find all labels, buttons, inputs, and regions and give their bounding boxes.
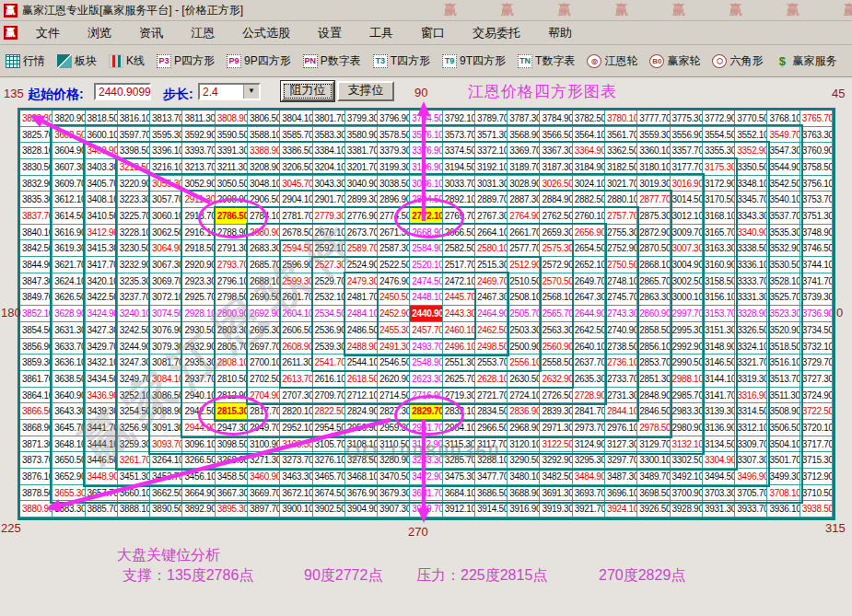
grid-cell: 3297.70 [605, 452, 637, 469]
grid-cell: 2829.70 [410, 403, 442, 420]
grid-cell: 2517.70 [443, 257, 475, 273]
combo-dropdown-icon[interactable]: ▼ [243, 85, 259, 99]
toolbar-item-赢家服务[interactable]: $赢家服务 [775, 53, 836, 69]
grid-cell: 2647.30 [573, 289, 605, 306]
grid-cell: 2714.50 [378, 388, 410, 404]
grid-cell: 3708.10 [767, 485, 799, 502]
start-price-input[interactable]: 2440.9099 [94, 83, 151, 100]
grid-cell: 3470.50 [378, 469, 410, 485]
start-price-label: 起始价格: [28, 87, 84, 101]
grid-cell: 2728.90 [573, 388, 605, 404]
grid-cell: 3770.50 [735, 110, 767, 127]
grid-cell: 2901.70 [313, 192, 345, 208]
grid-cell: 3902.50 [313, 501, 345, 517]
toolbar-label: T数字表 [535, 53, 575, 69]
grid-cell: 3912.10 [443, 501, 475, 517]
menu-item-帮助[interactable]: 帮助 [534, 25, 586, 41]
menu-item-交易委托[interactable]: 交易委托 [459, 25, 534, 41]
grid-cell: 2868.10 [637, 257, 670, 273]
toolbar-item-板块[interactable]: 板块 [57, 53, 97, 69]
grid-cell: 3254.50 [118, 403, 150, 420]
angle-label-270: 270 [408, 526, 428, 539]
toolbar-item-P四方形[interactable]: P3P四方形 [157, 53, 215, 69]
step-combobox[interactable]: 2.4 ▼ [198, 83, 261, 100]
grid-cell: 2500.90 [508, 339, 540, 355]
grid-cell: 3122.50 [540, 436, 572, 453]
grid-cell: 3033.70 [443, 176, 475, 192]
toolbar-item-9T四方形[interactable]: T99T四方形 [442, 53, 506, 69]
toolbar-label: P数字表 [321, 53, 361, 69]
toolbar-item-K线[interactable]: K线 [109, 53, 145, 69]
grid-cell: 3432.10 [86, 354, 118, 371]
grid-cell: 3324.10 [735, 339, 767, 355]
grid-cell: 3496.90 [735, 469, 767, 485]
toolbar-item-9P四方形[interactable]: P99P四方形 [227, 53, 291, 69]
grid-cell: 2808.10 [216, 354, 248, 371]
grid-cell: 3429.70 [86, 339, 118, 355]
toolbar-icon-赢家服务: $ [775, 54, 789, 68]
grid-cell: 3549.70 [767, 127, 799, 144]
grid-cell: 2788.90 [216, 225, 248, 241]
grid-cell: 3316.90 [735, 388, 767, 404]
grid-cell: 2702.50 [248, 371, 280, 388]
toolbar-item-T四方形[interactable]: T3T四方形 [373, 53, 430, 69]
menu-item-江恩[interactable]: 江恩 [177, 25, 228, 41]
toolbar-item-P数字表[interactable]: PNP数字表 [303, 53, 361, 69]
grid-cell: 3247.30 [118, 354, 150, 371]
grid-cell: 3789.70 [475, 110, 508, 127]
resistance-button[interactable]: 阻力位 [281, 81, 334, 101]
grid-cell: 2983.30 [671, 403, 703, 420]
toolbar-item-六角形[interactable]: ⬡六角形 [712, 53, 763, 69]
grid-cell: 3002.50 [671, 273, 703, 290]
grid-cell: 2476.90 [378, 273, 410, 290]
grid-cell: 3832.90 [20, 176, 53, 192]
grid-cell: 2460.10 [443, 322, 475, 339]
grid-cell: 3724.90 [800, 388, 833, 404]
menu-item-公式选股[interactable]: 公式选股 [228, 25, 304, 41]
grid-cell: 3362.50 [605, 143, 637, 159]
grid-cell: 2671.30 [378, 225, 410, 241]
toolbar-item-行情[interactable]: 行情 [6, 53, 45, 69]
grid-cell: 3451.30 [118, 469, 150, 485]
grid-cell: 3458.50 [216, 469, 248, 485]
grid-cell: 3321.70 [735, 354, 767, 371]
grid-cell: 3801.70 [313, 110, 345, 127]
grid-cell: 2577.70 [508, 240, 540, 257]
grid-cell: 2918.50 [182, 240, 215, 257]
grid-cell: 2827.30 [378, 403, 410, 420]
angle-label-0: 0 [836, 307, 843, 320]
grid-cell: 3676.90 [345, 485, 378, 502]
support-button[interactable]: 支撑位 [337, 81, 394, 101]
grid-cell: 3055.30 [150, 176, 182, 192]
grid-cell: 3060.10 [150, 208, 182, 225]
toolbar-item-赢家轮[interactable]: B0赢家轮 [649, 53, 700, 69]
grid-cell: 2644.90 [573, 306, 605, 322]
grid-cell: 3520.90 [767, 322, 799, 339]
grid-cell: 3652.90 [53, 469, 85, 485]
grid-cell: 2767.30 [475, 208, 508, 225]
grid-cell: 3012.10 [671, 208, 703, 225]
grid-cell: 2990.50 [671, 354, 703, 371]
grid-cell: 3705.70 [735, 485, 767, 502]
toolbar-item-T数字表[interactable]: TNT数字表 [518, 53, 575, 69]
grid-cell: 3710.50 [800, 485, 833, 502]
grid-cell: 3216.10 [150, 159, 182, 176]
grid-cell: 3847.30 [20, 273, 53, 290]
menu-item-工具[interactable]: 工具 [356, 25, 407, 41]
grid-cell: 3744.10 [800, 257, 833, 273]
menu-item-资讯[interactable]: 资讯 [125, 25, 177, 41]
menu-item-设置[interactable]: 设置 [304, 25, 356, 41]
grid-cell: 3852.10 [20, 306, 53, 322]
grid-cell: 3753.70 [800, 192, 833, 208]
grid-cell: 3086.50 [150, 388, 182, 404]
grid-cell: 3367.30 [540, 143, 572, 159]
toolbar-icon-T四方形: T3 [373, 54, 388, 68]
menu-item-浏览[interactable]: 浏览 [74, 25, 125, 41]
toolbar-item-江恩轮[interactable]: ◎江恩轮 [587, 53, 637, 69]
grid-cell: 2503.30 [508, 322, 540, 339]
grid-cell: 3153.70 [703, 306, 735, 322]
menu-item-窗口[interactable]: 窗口 [407, 25, 459, 41]
grid-cell: 3684.10 [443, 485, 475, 502]
menu-item-文件[interactable]: 文件 [22, 25, 74, 41]
grid-cell: 3612.10 [53, 192, 85, 208]
